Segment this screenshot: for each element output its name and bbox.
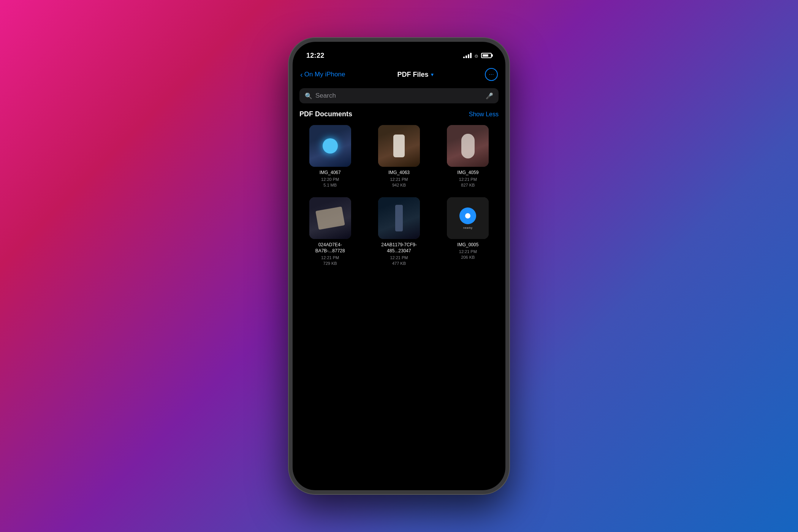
nav-title: PDF Files [397, 71, 428, 79]
back-label: On My iPhone [304, 71, 345, 78]
show-less-button[interactable]: Show Less [469, 111, 499, 118]
back-chevron-icon: ‹ [300, 71, 303, 78]
status-icons: ⌾ [463, 52, 492, 59]
file-name: IMG_4067 [320, 170, 341, 176]
signal-icon [463, 53, 472, 58]
more-button[interactable]: ··· [485, 68, 498, 81]
background: 12:22 ⌾ [289, 38, 509, 494]
file-thumbnail [309, 125, 351, 167]
file-meta: 12:20 PM5.1 MB [321, 177, 339, 188]
section-header: PDF Documents Show Less [299, 107, 499, 118]
nav-bar: ‹ On My iPhone PDF Files ▾ ··· [293, 64, 505, 85]
list-item[interactable]: IMG_4059 12:21 PM827 KB [437, 125, 499, 188]
file-name: 024AD7E4-BA7B-...87728 [309, 242, 351, 254]
dynamic-island [376, 47, 422, 60]
search-bar-wrapper: 🔍 Search 🎤 [293, 85, 505, 107]
file-grid: IMG_4067 12:20 PM5.1 MB [299, 125, 499, 282]
file-meta: 12:21 PM206 KB [459, 249, 477, 261]
battery-icon [481, 53, 492, 58]
file-name: 24AB1179-7CF9-485...23047 [378, 242, 420, 254]
phone-frame: 12:22 ⌾ [289, 38, 509, 494]
back-button[interactable]: ‹ On My iPhone [300, 71, 346, 78]
file-name: IMG_0005 [457, 242, 478, 248]
file-name: IMG_4059 [457, 170, 478, 176]
mic-icon[interactable]: 🎤 [486, 92, 493, 100]
file-name: IMG_4063 [388, 170, 410, 176]
more-icon: ··· [489, 71, 494, 78]
file-meta: 12:21 PM477 KB [390, 255, 408, 267]
search-input[interactable]: Search [315, 92, 483, 100]
file-meta: 12:21 PM827 KB [459, 177, 477, 188]
list-item[interactable]: 024AD7E4-BA7B-...87728 12:21 PM729 KB [299, 197, 361, 266]
search-bar[interactable]: 🔍 Search 🎤 [299, 88, 499, 103]
phone-wrapper: 12:22 ⌾ [289, 38, 509, 494]
content-area: PDF Documents Show Less IMG_4067 [293, 107, 505, 490]
nav-title-chevron-icon: ▾ [431, 71, 434, 78]
phone-screen: 12:22 ⌾ [293, 42, 505, 490]
nav-title-wrapper: PDF Files ▾ [346, 71, 485, 79]
file-thumbnail [447, 125, 489, 167]
file-thumbnail [309, 197, 351, 239]
file-meta: 12:21 PM942 KB [390, 177, 408, 188]
list-item[interactable]: 24AB1179-7CF9-485...23047 12:21 PM477 KB [368, 197, 429, 266]
list-item[interactable]: nearby IMG_0005 12:21 PM206 KB [437, 197, 499, 266]
file-thumbnail: nearby [447, 197, 489, 239]
file-meta: 12:21 PM729 KB [321, 255, 339, 267]
wifi-icon: ⌾ [475, 52, 478, 59]
search-icon: 🔍 [305, 92, 312, 100]
list-item[interactable]: IMG_4067 12:20 PM5.1 MB [299, 125, 361, 188]
status-time: 12:22 [306, 52, 325, 60]
section-title: PDF Documents [299, 110, 352, 118]
list-item[interactable]: IMG_4063 12:21 PM942 KB [368, 125, 429, 188]
file-thumbnail [378, 125, 420, 167]
file-thumbnail [378, 197, 420, 239]
